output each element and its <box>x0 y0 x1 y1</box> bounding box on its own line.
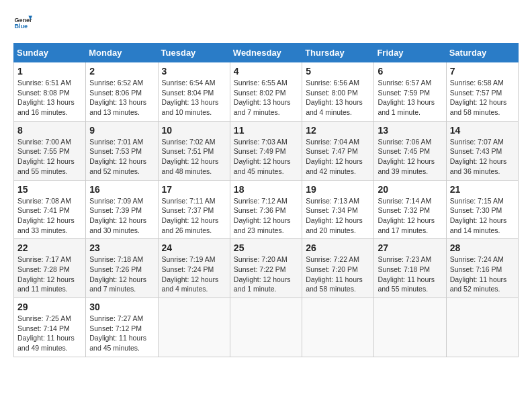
calendar-cell: 14Sunrise: 7:07 AM Sunset: 7:43 PM Dayli… <box>446 121 518 180</box>
svg-text:Blue: Blue <box>14 23 28 30</box>
calendar-cell: 15Sunrise: 7:08 AM Sunset: 7:41 PM Dayli… <box>14 180 86 239</box>
day-info: Sunrise: 7:03 AM Sunset: 7:49 PM Dayligh… <box>234 137 298 177</box>
day-number: 8 <box>17 125 82 136</box>
day-number: 22 <box>17 242 82 253</box>
day-info: Sunrise: 7:14 AM Sunset: 7:32 PM Dayligh… <box>378 196 442 236</box>
calendar-table: SundayMondayTuesdayWednesdayThursdayFrid… <box>13 43 519 357</box>
calendar-cell <box>302 298 374 357</box>
calendar-cell <box>230 298 302 357</box>
day-number: 17 <box>162 184 226 195</box>
day-info: Sunrise: 7:08 AM Sunset: 7:41 PM Dayligh… <box>17 196 82 236</box>
day-info: Sunrise: 7:18 AM Sunset: 7:26 PM Dayligh… <box>89 255 154 294</box>
day-info: Sunrise: 6:52 AM Sunset: 8:06 PM Dayligh… <box>89 78 154 118</box>
calendar-cell: 12Sunrise: 7:04 AM Sunset: 7:47 PM Dayli… <box>302 121 374 180</box>
calendar-cell: 23Sunrise: 7:18 AM Sunset: 7:26 PM Dayli… <box>86 239 158 298</box>
calendar-cell: 9Sunrise: 7:01 AM Sunset: 7:53 PM Daylig… <box>86 121 158 180</box>
day-number: 3 <box>162 66 226 77</box>
day-number: 25 <box>234 242 298 253</box>
day-number: 18 <box>234 184 298 195</box>
day-info: Sunrise: 7:01 AM Sunset: 7:53 PM Dayligh… <box>89 137 154 177</box>
weekday-header: Thursday <box>302 44 374 62</box>
day-number: 24 <box>162 242 226 253</box>
weekday-header: Wednesday <box>230 44 302 62</box>
day-info: Sunrise: 7:19 AM Sunset: 7:24 PM Dayligh… <box>162 255 226 294</box>
calendar-cell: 26Sunrise: 7:22 AM Sunset: 7:20 PM Dayli… <box>302 239 374 298</box>
day-info: Sunrise: 6:56 AM Sunset: 8:00 PM Dayligh… <box>306 78 370 118</box>
day-number: 19 <box>306 184 370 195</box>
calendar-cell: 16Sunrise: 7:09 AM Sunset: 7:39 PM Dayli… <box>86 180 158 239</box>
calendar-cell: 29Sunrise: 7:25 AM Sunset: 7:14 PM Dayli… <box>14 298 86 357</box>
day-number: 9 <box>89 125 154 136</box>
day-number: 14 <box>450 125 515 136</box>
day-info: Sunrise: 7:13 AM Sunset: 7:34 PM Dayligh… <box>306 196 370 236</box>
calendar-cell <box>374 298 446 357</box>
day-info: Sunrise: 7:09 AM Sunset: 7:39 PM Dayligh… <box>89 196 154 236</box>
day-info: Sunrise: 7:06 AM Sunset: 7:45 PM Dayligh… <box>378 137 442 177</box>
day-number: 29 <box>17 302 82 312</box>
day-info: Sunrise: 7:24 AM Sunset: 7:16 PM Dayligh… <box>450 255 515 294</box>
calendar-cell: 2Sunrise: 6:52 AM Sunset: 8:06 PM Daylig… <box>86 62 158 122</box>
weekday-header: Monday <box>86 44 158 62</box>
day-number: 4 <box>234 66 298 77</box>
day-info: Sunrise: 7:25 AM Sunset: 7:14 PM Dayligh… <box>17 314 82 353</box>
day-info: Sunrise: 6:57 AM Sunset: 7:59 PM Dayligh… <box>378 78 442 118</box>
day-number: 12 <box>306 125 370 136</box>
calendar-cell: 18Sunrise: 7:12 AM Sunset: 7:36 PM Dayli… <box>230 180 302 239</box>
day-number: 7 <box>450 66 515 77</box>
calendar-cell: 6Sunrise: 6:57 AM Sunset: 7:59 PM Daylig… <box>374 62 446 122</box>
calendar-cell: 4Sunrise: 6:55 AM Sunset: 8:02 PM Daylig… <box>230 62 302 122</box>
calendar-week-row: 1Sunrise: 6:51 AM Sunset: 8:08 PM Daylig… <box>14 62 519 122</box>
calendar-week-row: 8Sunrise: 7:00 AM Sunset: 7:55 PM Daylig… <box>14 121 519 180</box>
day-info: Sunrise: 7:23 AM Sunset: 7:18 PM Dayligh… <box>378 255 442 294</box>
day-number: 21 <box>450 184 515 195</box>
calendar-cell: 27Sunrise: 7:23 AM Sunset: 7:18 PM Dayli… <box>374 239 446 298</box>
day-number: 15 <box>17 184 82 195</box>
logo: General Blue <box>13 13 35 32</box>
calendar-cell: 28Sunrise: 7:24 AM Sunset: 7:16 PM Dayli… <box>446 239 518 298</box>
calendar-cell: 22Sunrise: 7:17 AM Sunset: 7:28 PM Dayli… <box>14 239 86 298</box>
weekday-header: Saturday <box>446 44 518 62</box>
calendar-cell: 3Sunrise: 6:54 AM Sunset: 8:04 PM Daylig… <box>158 62 230 122</box>
calendar-cell: 11Sunrise: 7:03 AM Sunset: 7:49 PM Dayli… <box>230 121 302 180</box>
day-info: Sunrise: 6:55 AM Sunset: 8:02 PM Dayligh… <box>234 78 298 118</box>
day-info: Sunrise: 7:17 AM Sunset: 7:28 PM Dayligh… <box>17 255 82 294</box>
calendar-header-row: SundayMondayTuesdayWednesdayThursdayFrid… <box>14 44 519 62</box>
calendar-cell: 17Sunrise: 7:11 AM Sunset: 7:37 PM Dayli… <box>158 180 230 239</box>
day-number: 30 <box>89 302 154 312</box>
day-number: 27 <box>378 242 442 253</box>
day-info: Sunrise: 7:00 AM Sunset: 7:55 PM Dayligh… <box>17 137 82 177</box>
calendar-cell: 19Sunrise: 7:13 AM Sunset: 7:34 PM Dayli… <box>302 180 374 239</box>
day-info: Sunrise: 7:02 AM Sunset: 7:51 PM Dayligh… <box>162 137 226 177</box>
calendar-cell <box>158 298 230 357</box>
day-info: Sunrise: 7:12 AM Sunset: 7:36 PM Dayligh… <box>234 196 298 236</box>
day-info: Sunrise: 6:51 AM Sunset: 8:08 PM Dayligh… <box>17 78 82 118</box>
day-number: 1 <box>17 66 82 77</box>
day-info: Sunrise: 6:54 AM Sunset: 8:04 PM Dayligh… <box>162 78 226 118</box>
calendar-cell: 8Sunrise: 7:00 AM Sunset: 7:55 PM Daylig… <box>14 121 86 180</box>
calendar-cell: 5Sunrise: 6:56 AM Sunset: 8:00 PM Daylig… <box>302 62 374 122</box>
day-number: 16 <box>89 184 154 195</box>
calendar-week-row: 29Sunrise: 7:25 AM Sunset: 7:14 PM Dayli… <box>14 298 519 357</box>
calendar-cell: 13Sunrise: 7:06 AM Sunset: 7:45 PM Dayli… <box>374 121 446 180</box>
calendar-cell: 1Sunrise: 6:51 AM Sunset: 8:08 PM Daylig… <box>14 62 86 122</box>
day-number: 5 <box>306 66 370 77</box>
day-info: Sunrise: 7:22 AM Sunset: 7:20 PM Dayligh… <box>306 255 370 294</box>
calendar-cell <box>446 298 518 357</box>
day-info: Sunrise: 7:04 AM Sunset: 7:47 PM Dayligh… <box>306 137 370 177</box>
calendar-week-row: 15Sunrise: 7:08 AM Sunset: 7:41 PM Dayli… <box>14 180 519 239</box>
day-info: Sunrise: 7:20 AM Sunset: 7:22 PM Dayligh… <box>234 255 298 294</box>
day-info: Sunrise: 6:58 AM Sunset: 7:57 PM Dayligh… <box>450 78 515 118</box>
calendar-cell: 20Sunrise: 7:14 AM Sunset: 7:32 PM Dayli… <box>374 180 446 239</box>
day-number: 28 <box>450 242 515 253</box>
day-number: 6 <box>378 66 442 77</box>
logo-icon: General Blue <box>13 13 32 32</box>
calendar-week-row: 22Sunrise: 7:17 AM Sunset: 7:28 PM Dayli… <box>14 239 519 298</box>
calendar-cell: 25Sunrise: 7:20 AM Sunset: 7:22 PM Dayli… <box>230 239 302 298</box>
calendar-cell: 7Sunrise: 6:58 AM Sunset: 7:57 PM Daylig… <box>446 62 518 122</box>
weekday-header: Friday <box>374 44 446 62</box>
day-info: Sunrise: 7:15 AM Sunset: 7:30 PM Dayligh… <box>450 196 515 236</box>
header: General Blue <box>13 13 519 32</box>
day-number: 11 <box>234 125 298 136</box>
day-number: 10 <box>162 125 226 136</box>
calendar-cell: 30Sunrise: 7:27 AM Sunset: 7:12 PM Dayli… <box>86 298 158 357</box>
